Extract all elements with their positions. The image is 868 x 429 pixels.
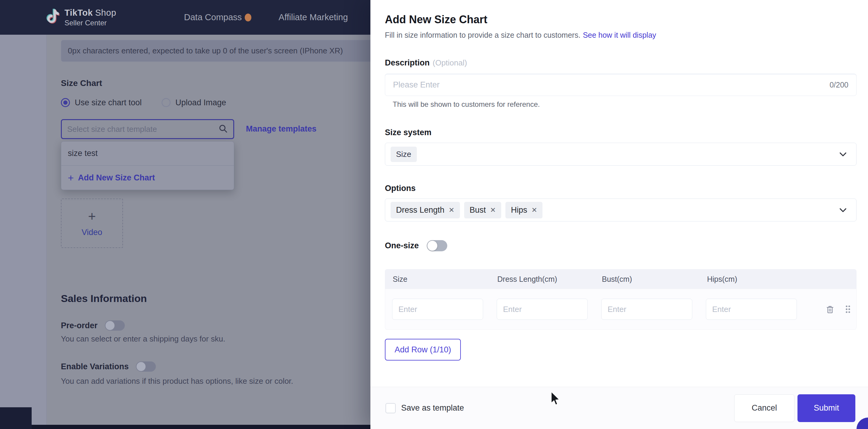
- enable-variations-row: Enable Variations: [61, 362, 156, 372]
- col-size: Size: [393, 275, 497, 284]
- size-chart-template-select[interactable]: [61, 119, 234, 139]
- template-dropdown: size test + Add New Size Chart: [61, 141, 234, 190]
- cell-input-size[interactable]: [392, 299, 483, 320]
- cell-input-bust[interactable]: [601, 299, 692, 320]
- chevron-down-icon: [838, 205, 848, 215]
- pre-order-toggle[interactable]: [105, 320, 125, 331]
- logo-product: Shop: [95, 8, 116, 18]
- radio-selected-icon[interactable]: [61, 98, 70, 107]
- pre-order-row: Pre-order: [61, 320, 125, 331]
- table-header-row: Size Dress Length(cm) Bust(cm) Hips(cm): [385, 269, 857, 289]
- tag-hips: Hips ✕: [505, 202, 542, 219]
- dropdown-add-new-size-chart[interactable]: + Add New Size Chart: [61, 166, 234, 190]
- search-icon: [218, 124, 228, 135]
- table-row: [385, 289, 857, 330]
- description-help: This will be shown to customers for refe…: [393, 100, 857, 109]
- enable-variations-help: You can add variations if this product h…: [61, 376, 293, 386]
- save-as-template-checkbox[interactable]: [385, 403, 396, 413]
- optional-hint: (Optional): [433, 58, 467, 67]
- options-select[interactable]: Dress Length ✕ Bust ✕ Hips ✕: [385, 199, 857, 222]
- delete-row-icon[interactable]: [826, 305, 835, 314]
- video-upload-box[interactable]: + Video: [61, 199, 123, 248]
- radio-upload-image[interactable]: Upload Image: [161, 98, 226, 107]
- size-chart-source-radios: Use size chart tool Upload Image: [61, 97, 226, 108]
- add-size-chart-drawer: Add New Size Chart Fill in size informat…: [370, 0, 868, 429]
- col-hips: Hips(cm): [707, 275, 857, 284]
- bottom-left-corner-panel: [0, 407, 32, 429]
- left-sidebar: [0, 35, 47, 429]
- size-system-select[interactable]: Size: [385, 143, 857, 166]
- nav-data-compass[interactable]: Data Compass: [184, 12, 252, 22]
- tag-bust: Bust ✕: [464, 202, 501, 219]
- dropdown-option-size-test[interactable]: size test: [61, 142, 234, 166]
- remove-tag-icon[interactable]: ✕: [449, 207, 455, 213]
- char-counter: 0/200: [830, 81, 848, 89]
- size-system-value-chip: Size: [391, 147, 417, 162]
- tiktok-note-icon: [45, 8, 60, 27]
- radio-use-size-chart-tool[interactable]: Use size chart tool: [61, 98, 142, 107]
- drawer-subtitle: Fill in size information to provide a si…: [385, 31, 857, 39]
- tiktok-seller-center-page: TikTokShop Seller Center Data Compass Af…: [0, 0, 868, 429]
- size-chart-label: Size Chart: [61, 79, 102, 88]
- col-bust: Bust(cm): [602, 275, 707, 284]
- remove-tag-icon[interactable]: ✕: [490, 207, 496, 213]
- tag-dress-length: Dress Length ✕: [391, 202, 460, 219]
- logo-brand: TikTok: [64, 8, 93, 18]
- logo-text: TikTokShop Seller Center: [64, 8, 116, 27]
- col-dress-length: Dress Length(cm): [497, 275, 602, 284]
- size-chart-table: Size Dress Length(cm) Bust(cm) Hips(cm): [385, 269, 857, 330]
- video-upload-label: Video: [82, 228, 102, 237]
- tiktok-shop-logo: TikTokShop Seller Center: [45, 8, 116, 27]
- remove-tag-icon[interactable]: ✕: [531, 207, 537, 213]
- plus-icon: +: [68, 173, 74, 183]
- bottom-edge-bar: [32, 425, 370, 429]
- data-compass-badge-icon: [245, 13, 251, 22]
- one-size-label: One-size: [385, 241, 419, 250]
- description-label: Description (Optional): [385, 58, 857, 67]
- selected-option-tags: Dress Length ✕ Bust ✕ Hips ✕: [391, 202, 542, 219]
- manage-templates-link[interactable]: Manage templates: [246, 124, 316, 134]
- dimmed-background-region: TikTokShop Seller Center Data Compass Af…: [0, 0, 370, 429]
- plus-icon: +: [88, 210, 96, 223]
- drawer-footer: Save as template Cancel Submit: [370, 387, 868, 429]
- save-as-template-label: Save as template: [401, 403, 464, 413]
- enable-variations-toggle[interactable]: [136, 362, 156, 372]
- description-field[interactable]: 0/200: [385, 74, 857, 96]
- pre-order-label: Pre-order: [61, 321, 98, 330]
- cell-input-hips[interactable]: [706, 299, 797, 320]
- app-header: TikTokShop Seller Center Data Compass Af…: [0, 0, 370, 35]
- logo-subtitle: Seller Center: [64, 19, 116, 27]
- header-nav: Data Compass Affiliate Marketing: [184, 12, 348, 22]
- one-size-row: One-size: [385, 239, 857, 252]
- options-label: Options: [385, 184, 857, 193]
- size-system-label: Size system: [385, 128, 857, 137]
- see-how-display-link[interactable]: See how it will display: [583, 31, 656, 39]
- nav-affiliate-marketing[interactable]: Affiliate Marketing: [278, 12, 348, 22]
- radio-unselected-icon[interactable]: [161, 98, 170, 107]
- submit-button[interactable]: Submit: [798, 394, 855, 422]
- drag-handle-icon[interactable]: [844, 305, 851, 314]
- cell-input-dress-length[interactable]: [497, 299, 588, 320]
- cancel-button[interactable]: Cancel: [734, 394, 795, 422]
- drawer-title: Add New Size Chart: [385, 0, 857, 26]
- add-row-button[interactable]: Add Row (1/10): [385, 339, 461, 361]
- enable-variations-label: Enable Variations: [61, 362, 129, 371]
- character-counter-field: 0px characters entered, expected to take…: [61, 40, 370, 62]
- one-size-toggle[interactable]: [427, 240, 447, 251]
- template-search-input[interactable]: [67, 124, 218, 134]
- chevron-down-icon: [838, 149, 848, 159]
- description-input[interactable]: [393, 80, 830, 90]
- pre-order-help: You can select or enter a shipping days …: [61, 334, 225, 344]
- sales-information-heading: Sales Information: [61, 293, 147, 305]
